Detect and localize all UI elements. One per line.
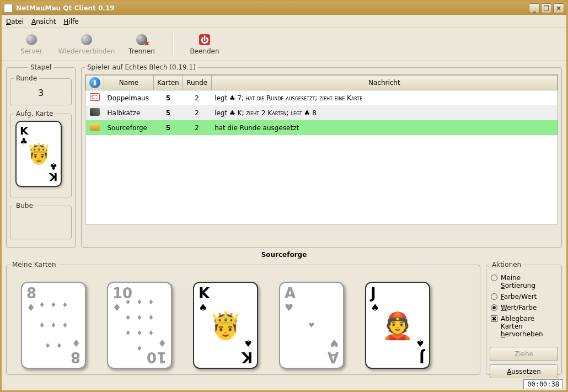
col-round[interactable]: Runde xyxy=(183,76,211,90)
current-player-label: Sourceforge xyxy=(6,249,562,260)
timer: 00:00:38 xyxy=(523,379,563,389)
player-round: 2 xyxy=(183,120,211,135)
table-row[interactable]: Sourceforge52hat die Runde ausgesetzt xyxy=(86,120,558,135)
players-legend: Spieler auf Echtes Blech (0.19.1) xyxy=(85,63,198,71)
player-name: Doppelmaus xyxy=(104,90,154,106)
highlight-checkbox[interactable]: ✖Ablegbare Kartenhervorheben xyxy=(491,315,557,338)
toolbar-separator xyxy=(173,33,174,57)
col-name[interactable]: Name xyxy=(104,76,154,90)
hand-card[interactable]: 8♦♦♦♦♦♦♦♦♦♦8 xyxy=(21,282,86,369)
statusbar: 00:00:38 xyxy=(2,378,566,390)
toolbar-reconnect[interactable]: Wiederverbinden xyxy=(60,30,113,60)
topcard: K ♣ 🤴 ♣ K xyxy=(15,121,62,187)
col-icon[interactable]: ⬇ xyxy=(86,76,104,90)
player-message: legt ♣ K; zieht 2 Karten; legt ♣ 8 xyxy=(211,105,557,120)
app-icon xyxy=(4,4,13,13)
sort-rank-suit-radio[interactable]: Wert/Farbe xyxy=(491,304,557,312)
col-cards[interactable]: Karten xyxy=(154,76,183,90)
face-icon: 👲 xyxy=(381,310,414,341)
mycards-legend: Meine Karten xyxy=(10,261,58,269)
pass-button[interactable]: Aussetzen xyxy=(490,364,558,378)
disconnect-icon xyxy=(136,34,147,45)
player-message: hat die Runde ausgesetzt xyxy=(211,120,557,135)
menubar: Datei Ansicht Hilfe xyxy=(2,15,566,28)
table-row[interactable]: Doppelmaus52legt ♣ 7; hat die Runde ausg… xyxy=(86,90,558,106)
toolbar-quit[interactable]: ⏻ Beenden xyxy=(178,30,231,60)
player-name: Halbkatze xyxy=(104,105,154,120)
sort-mine-radio[interactable]: Meine Sortierung xyxy=(491,274,557,289)
sort-down-icon: ⬇ xyxy=(89,77,100,88)
sort-suit-rank-radio[interactable]: Farbe/Wert xyxy=(491,293,557,300)
mycards-group: Meine Karten 8♦♦♦♦♦♦♦♦♦♦810♦♦♦♦♦♦♦♦♦♦♦♦1… xyxy=(6,261,480,375)
menu-file[interactable]: Datei xyxy=(6,18,24,25)
hand-card[interactable]: K♠🤴♠K xyxy=(193,282,258,369)
col-message[interactable]: Nachricht xyxy=(211,76,557,90)
table-row[interactable]: Halbkatze52legt ♣ K; zieht 2 Karten; leg… xyxy=(86,105,558,120)
menu-view[interactable]: Ansicht xyxy=(31,18,56,25)
jack-legend: Bube xyxy=(14,202,35,210)
actions-legend: Aktionen xyxy=(490,261,523,269)
draw-button[interactable]: Ziehe xyxy=(490,347,558,361)
player-icon xyxy=(90,108,100,116)
jack-group: Bube xyxy=(10,202,72,239)
toolbar-server[interactable]: Server xyxy=(5,30,58,60)
topcard-legend: Aufg. Karte xyxy=(14,110,55,117)
players-group: Spieler auf Echtes Blech (0.19.1) ⬇ Name… xyxy=(81,63,562,248)
power-icon: ⏻ xyxy=(199,34,210,45)
close-button[interactable]: ✕ xyxy=(553,3,564,13)
actions-group: Aktionen Meine Sortierung Farbe/Wert Wer… xyxy=(486,261,562,375)
titlebar: NetMauMau Qt Client 0.19 _ ❐ ✕ xyxy=(2,2,566,15)
hand-card[interactable]: J♠👲♠J xyxy=(365,282,430,369)
player-round: 2 xyxy=(183,90,211,106)
globe-icon xyxy=(26,34,37,45)
player-cards: 5 xyxy=(154,120,183,135)
stack-group: Stapel Runde 3 Aufg. Karte K ♣ 🤴 ♣ K xyxy=(6,63,76,248)
round-legend: Runde xyxy=(14,74,39,82)
round-value: 3 xyxy=(14,84,68,103)
player-icon xyxy=(90,93,100,101)
player-cards: 5 xyxy=(154,105,183,120)
toolbar: Server Wiederverbinden Trennen ⏻ Beenden xyxy=(2,28,566,61)
hand-card[interactable]: A♥♥♥A xyxy=(279,282,344,369)
hand-card[interactable]: 10♦♦♦♦♦♦♦♦♦♦♦♦10 xyxy=(107,282,172,369)
topcard-group: Aufg. Karte K ♣ 🤴 ♣ K xyxy=(10,110,72,197)
menu-help[interactable]: Hilfe xyxy=(63,18,78,25)
player-cards: 5 xyxy=(154,90,183,106)
players-table: ⬇ Name Karten Runde Nachricht Doppelmaus… xyxy=(85,75,558,135)
player-message: legt ♣ 7; hat die Runde ausgesetzt; zieh… xyxy=(211,90,557,106)
player-icon xyxy=(90,123,100,131)
face-icon: 🤴 xyxy=(209,310,242,341)
globe-icon xyxy=(81,34,92,45)
toolbar-disconnect[interactable]: Trennen xyxy=(115,30,168,60)
round-group: Runde 3 xyxy=(10,74,72,105)
stack-legend: Stapel xyxy=(28,63,53,71)
window-title: NetMauMau Qt Client 0.19 xyxy=(16,4,115,12)
maximize-button[interactable]: ❐ xyxy=(541,3,552,13)
minimize-button[interactable]: _ xyxy=(529,3,540,13)
player-round: 2 xyxy=(183,105,211,120)
player-name: Sourceforge xyxy=(104,120,154,135)
king-icon: 🤴 xyxy=(26,142,51,165)
